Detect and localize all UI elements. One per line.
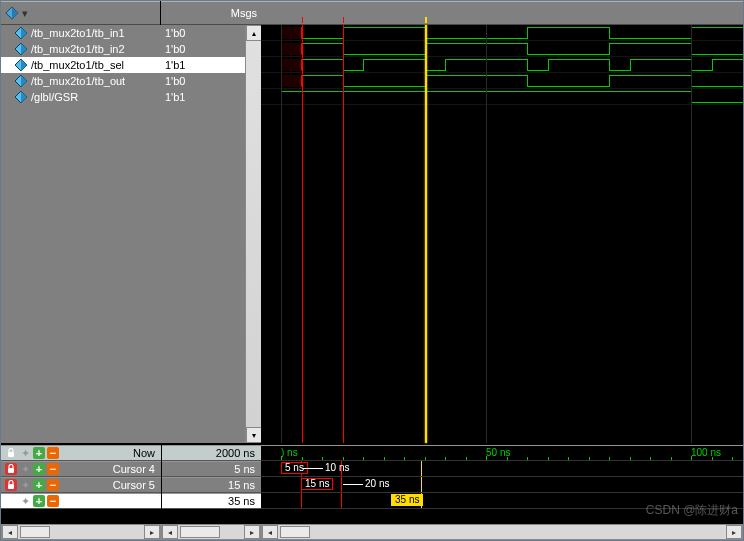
wrench-icon[interactable]: ✦ xyxy=(19,463,31,475)
signal-icon xyxy=(15,27,27,39)
wave-header xyxy=(261,1,743,25)
signal-name-pane: ▾ /tb_mux2to1/tb_in1/tb_mux2to1/tb_in2/t… xyxy=(1,1,161,443)
cursor-label: Cursor 4 xyxy=(63,463,161,475)
msgs-label: Msgs xyxy=(231,7,257,19)
signal-name: /tb_mux2to1/tb_out xyxy=(31,75,125,87)
hscroll-row: ◂▸ ◂▸ ◂▸ xyxy=(1,524,743,540)
signal-icon xyxy=(15,91,27,103)
cursor-label: Cursor 5 xyxy=(63,479,161,491)
svg-rect-9 xyxy=(8,500,14,505)
wave-hscroll[interactable]: ◂▸ xyxy=(261,524,743,540)
signal-icon xyxy=(15,59,27,71)
cursor-row[interactable]: ✦+−Cursor 5 xyxy=(1,477,161,493)
wrench-icon[interactable]: ✦ xyxy=(19,447,31,459)
signal-icon xyxy=(15,43,27,55)
cursor-delta: 10 ns xyxy=(325,462,349,473)
minus-icon[interactable]: − xyxy=(47,495,59,507)
name-pane-header: ▾ xyxy=(1,1,160,25)
cursor-row[interactable]: ✦+−Cursor 4 xyxy=(1,461,161,477)
msgs-header: Msgs xyxy=(161,1,261,25)
svg-rect-7 xyxy=(8,468,14,473)
lock-icon[interactable] xyxy=(5,479,17,491)
cursor-delta: 20 ns xyxy=(365,478,389,489)
msgs-pane: Msgs 1'b01'b01'b11'b01'b1 ▴ ▾ xyxy=(161,1,261,443)
minus-icon[interactable]: − xyxy=(47,447,59,459)
signal-row[interactable]: /tb_mux2to1/tb_sel xyxy=(1,57,161,73)
cursor-line[interactable] xyxy=(425,25,427,443)
cursor-label: Cursor 6 xyxy=(63,495,161,507)
unlock-icon[interactable] xyxy=(5,447,17,459)
waveform-pane[interactable] xyxy=(261,1,743,443)
plus-icon[interactable]: + xyxy=(33,479,45,491)
cursor-tag[interactable]: 35 ns xyxy=(391,494,423,506)
msgs-hscroll[interactable]: ◂▸ xyxy=(161,524,261,540)
plus-icon[interactable]: + xyxy=(33,447,45,459)
cursor-value: 15 ns xyxy=(162,477,261,493)
plus-icon[interactable]: + xyxy=(33,463,45,475)
cursor-track[interactable]: 15 ns20 ns xyxy=(261,477,743,493)
signal-list[interactable]: /tb_mux2to1/tb_in1/tb_mux2to1/tb_in2/tb_… xyxy=(1,25,161,443)
cursor-line[interactable] xyxy=(302,25,303,443)
cursor-line[interactable] xyxy=(343,25,344,443)
cursor-tag[interactable]: 15 ns xyxy=(301,478,333,490)
now-value: 2000 ns xyxy=(162,445,261,461)
signal-name: /tb_mux2to1/tb_in1 xyxy=(31,27,125,39)
cursor-panel: ✦+−Now✦+−Cursor 4✦+−Cursor 5✦+−Cursor 6 … xyxy=(1,444,743,524)
signal-name: /glbl/GSR xyxy=(31,91,78,103)
wave-row xyxy=(261,41,743,57)
wave-row xyxy=(261,73,743,89)
cursor-value: 5 ns xyxy=(162,461,261,477)
cursor-track[interactable]: 35 ns xyxy=(261,493,743,509)
time-ruler[interactable]: ) ns50 ns100 ns xyxy=(261,445,743,461)
signal-row[interactable]: /glbl/GSR xyxy=(1,89,161,105)
signal-row[interactable]: /tb_mux2to1/tb_out xyxy=(1,73,161,89)
svg-rect-8 xyxy=(8,484,14,489)
plus-icon[interactable]: + xyxy=(33,495,45,507)
cursor-track[interactable]: 5 ns10 ns xyxy=(261,461,743,477)
msgs-scrollbar[interactable]: ▴ ▾ xyxy=(245,25,261,443)
wave-row xyxy=(261,57,743,73)
unlock-icon[interactable] xyxy=(5,495,17,507)
cursor-row[interactable]: ✦+−Cursor 6 xyxy=(1,493,161,509)
signal-icon xyxy=(15,75,27,87)
signal-name: /tb_mux2to1/tb_sel xyxy=(31,59,124,71)
wave-row xyxy=(261,89,743,105)
svg-rect-6 xyxy=(8,452,14,457)
minus-icon[interactable]: − xyxy=(47,463,59,475)
signal-name: /tb_mux2to1/tb_in2 xyxy=(31,43,125,55)
cursor-value: 35 ns xyxy=(162,493,261,509)
names-hscroll[interactable]: ◂▸ xyxy=(1,524,161,540)
wrench-icon[interactable]: ✦ xyxy=(19,495,31,507)
wave-row xyxy=(261,25,743,41)
signal-row[interactable]: /tb_mux2to1/tb_in1 xyxy=(1,25,161,41)
lock-icon[interactable] xyxy=(5,463,17,475)
now-row: ✦+−Now xyxy=(1,445,161,461)
signal-row[interactable]: /tb_mux2to1/tb_in2 xyxy=(1,41,161,57)
wrench-icon[interactable]: ✦ xyxy=(19,479,31,491)
now-label: Now xyxy=(63,447,161,459)
minus-icon[interactable]: − xyxy=(47,479,59,491)
